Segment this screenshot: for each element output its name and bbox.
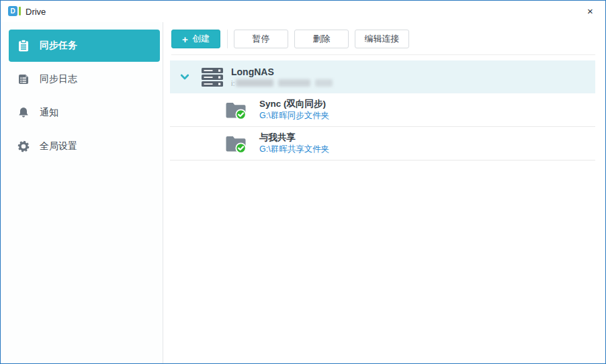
folder-synced-icon [225, 99, 247, 120]
window-body: 同步任务 同步日志 [1, 22, 605, 363]
synology-drive-logo-icon: D [8, 6, 21, 17]
delete-button[interactable]: 删除 [294, 30, 349, 48]
sync-log-icon [16, 72, 31, 87]
server-row-longnas[interactable]: LongNAS i: [170, 60, 595, 93]
gear-icon [16, 139, 31, 154]
redacted-block [278, 79, 310, 87]
sidebar-item-label: 同步任务 [40, 40, 77, 52]
task-info: Sync (双向同步) G:\群晖同步文件夹 [259, 98, 329, 122]
logo-green-bracket [19, 7, 21, 15]
create-button-label: 创建 [192, 33, 210, 45]
nas-server-icon [201, 67, 224, 87]
toolbar: + 创建 暂停 删除 编辑连接 [171, 30, 595, 48]
main-content: + 创建 暂停 删除 编辑连接 [163, 22, 605, 363]
sidebar-item-sync-log[interactable]: 同步日志 [9, 63, 159, 95]
edit-connection-button[interactable]: 编辑连接 [355, 30, 409, 48]
task-info: 与我共享 G:\群晖共享文件夹 [259, 132, 329, 155]
task-row-sync[interactable]: Sync (双向同步) G:\群晖同步文件夹 [170, 93, 595, 127]
sidebar-item-label: 全局设置 [40, 140, 77, 152]
task-path-link[interactable]: G:\群晖共享文件夹 [259, 144, 329, 155]
task-name: 与我共享 [259, 132, 329, 144]
clipboard-icon [16, 38, 31, 53]
pause-button[interactable]: 暂停 [234, 30, 288, 48]
sidebar-item-sync-tasks[interactable]: 同步任务 [9, 30, 160, 62]
sidebar-item-notifications[interactable]: 通知 [9, 97, 159, 129]
folder-synced-icon [225, 133, 247, 154]
logo-letter: D [8, 6, 17, 16]
close-button[interactable]: × [575, 1, 605, 22]
sidebar-item-label: 同步日志 [40, 73, 77, 85]
toolbar-separator [171, 54, 595, 55]
task-name: Sync (双向同步) [259, 98, 329, 110]
server-address-redacted: i: [231, 79, 337, 87]
create-button[interactable]: + 创建 [171, 30, 220, 48]
redacted-block [236, 79, 273, 87]
sidebar: 同步任务 同步日志 [1, 22, 163, 363]
toolbar-divider [227, 30, 228, 48]
sidebar-item-label: 通知 [40, 107, 58, 119]
server-info: LongNAS i: [231, 66, 337, 87]
task-row-shared-with-me[interactable]: 与我共享 G:\群晖共享文件夹 [170, 127, 595, 161]
window-title: Drive [26, 7, 46, 17]
sidebar-item-global-settings[interactable]: 全局设置 [9, 130, 159, 163]
task-path-link[interactable]: G:\群晖同步文件夹 [259, 110, 329, 122]
server-address-prefix: i: [231, 79, 235, 87]
task-list: LongNAS i: [170, 60, 595, 161]
titlebar: D Drive × [1, 1, 605, 22]
redacted-block [315, 79, 333, 87]
plus-icon: + [182, 34, 188, 44]
server-name: LongNAS [231, 66, 337, 78]
chevron-down-icon[interactable] [180, 74, 189, 81]
drive-window: D Drive × 同步任务 [0, 0, 606, 364]
bell-icon [16, 105, 31, 120]
